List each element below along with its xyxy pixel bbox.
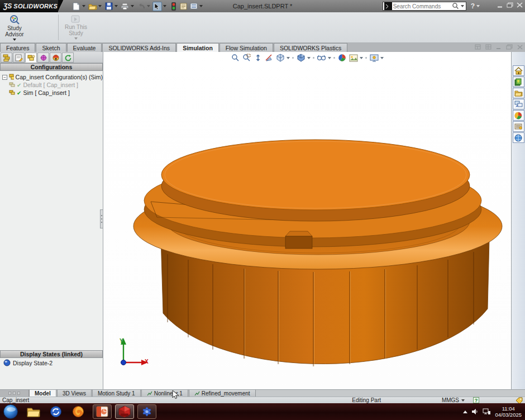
help-button[interactable]: ? bbox=[471, 2, 475, 10]
options-button[interactable] bbox=[189, 2, 198, 11]
dimxpert-icon bbox=[40, 54, 47, 61]
doc-window-icon-2[interactable] bbox=[485, 44, 491, 50]
view-orientation-caret[interactable] bbox=[287, 57, 290, 59]
zoom-to-area-icon[interactable] bbox=[242, 53, 251, 63]
open-dropdown-caret[interactable] bbox=[98, 5, 102, 7]
display-state-row[interactable]: Display State-2 bbox=[0, 358, 103, 366]
mouse-cursor bbox=[172, 390, 179, 400]
doc-minimize-button[interactable] bbox=[496, 45, 502, 50]
tab-simulation[interactable]: Simulation bbox=[176, 43, 219, 52]
study-advisor-caret[interactable] bbox=[13, 39, 16, 41]
undo-button[interactable] bbox=[136, 2, 146, 11]
tray-expand-icon[interactable] bbox=[463, 411, 467, 413]
solidworks-resources-tab[interactable] bbox=[513, 65, 524, 76]
new-document-icon bbox=[73, 2, 80, 11]
simulation-manager-tab[interactable] bbox=[62, 52, 74, 63]
tab-solidworks-plastics[interactable]: SOLIDWORKS Plastics bbox=[274, 43, 347, 52]
new-document-button[interactable] bbox=[71, 2, 81, 11]
search-dropdown-caret[interactable] bbox=[461, 5, 464, 7]
units-label: MMGS bbox=[442, 397, 459, 403]
file-properties-button[interactable] bbox=[179, 2, 188, 11]
taskbar-update-button[interactable] bbox=[48, 404, 64, 419]
save-button[interactable] bbox=[104, 2, 113, 11]
view-settings-caret[interactable] bbox=[380, 57, 384, 59]
tab-flow-simulation[interactable]: Flow Simulation bbox=[219, 43, 273, 52]
edit-appearance-icon[interactable] bbox=[337, 53, 347, 63]
custom-properties-tab[interactable] bbox=[513, 121, 524, 132]
file-explorer-tab[interactable] bbox=[513, 88, 524, 98]
hide-show-items-caret[interactable] bbox=[328, 57, 331, 59]
taskbar-solidworks-button[interactable] bbox=[115, 404, 134, 419]
zoom-to-fit-icon[interactable] bbox=[231, 53, 240, 63]
open-document-button[interactable] bbox=[88, 2, 97, 11]
display-state-label: Display State-2 bbox=[13, 360, 52, 366]
apply-scene-caret[interactable] bbox=[360, 57, 363, 59]
tab-scroll-buttons[interactable] bbox=[0, 390, 29, 397]
appearances-scenes-tab[interactable] bbox=[513, 110, 524, 121]
save-dropdown-caret[interactable] bbox=[114, 5, 118, 7]
custom-properties-icon bbox=[514, 123, 523, 130]
minimize-button[interactable] bbox=[497, 3, 503, 8]
dimxpertmanager-tab[interactable] bbox=[37, 52, 49, 63]
doc-restore-button[interactable] bbox=[506, 44, 513, 50]
new-dropdown-caret[interactable] bbox=[82, 5, 85, 7]
run-this-study-button[interactable]: Run This Study bbox=[61, 14, 90, 42]
units-selector[interactable]: MMGS bbox=[442, 397, 465, 403]
taskbar-powerpoint-button[interactable] bbox=[93, 404, 112, 419]
units-caret bbox=[461, 399, 465, 402]
taskbar-clock[interactable]: 11:04 04/03/2025 bbox=[495, 405, 522, 418]
doc-close-button[interactable] bbox=[517, 45, 523, 50]
displaymanager-tab[interactable] bbox=[50, 52, 61, 63]
hide-show-items-icon[interactable] bbox=[317, 53, 326, 63]
view-settings-icon[interactable] bbox=[369, 53, 379, 63]
tab-sketch[interactable]: Sketch bbox=[36, 43, 66, 52]
featuremanager-tab[interactable] bbox=[1, 52, 12, 63]
options-dropdown-caret[interactable] bbox=[199, 5, 203, 7]
config-row-sim[interactable]: ✔ Sim [ Cap_insert ] bbox=[2, 89, 103, 97]
configurationmanager-tab[interactable] bbox=[25, 52, 37, 63]
close-button[interactable] bbox=[517, 2, 523, 8]
cap-insert-model[interactable] bbox=[103, 52, 511, 389]
status-help-icon[interactable]: ? bbox=[473, 397, 479, 403]
restore-button[interactable] bbox=[507, 2, 513, 8]
configurations-icon bbox=[9, 74, 14, 80]
display-states-header: Display States (linked) bbox=[0, 350, 103, 358]
taskbar-firefox-button[interactable] bbox=[70, 404, 86, 419]
graphics-viewport[interactable]: Y X bbox=[103, 52, 511, 389]
select-tool-button[interactable] bbox=[152, 2, 162, 11]
start-button[interactable] bbox=[3, 404, 18, 419]
display-style-caret[interactable] bbox=[307, 57, 311, 59]
search-commands-box[interactable] bbox=[383, 2, 466, 11]
view-orientation-icon[interactable] bbox=[275, 53, 285, 63]
status-tag-icon[interactable] bbox=[516, 397, 523, 403]
help-dropdown-caret[interactable] bbox=[476, 5, 480, 7]
propertymanager-tab[interactable] bbox=[13, 52, 25, 63]
tab-solidworks-addins[interactable]: SOLIDWORKS Add-Ins bbox=[102, 43, 176, 52]
network-icon[interactable] bbox=[483, 408, 491, 415]
undo-dropdown-caret[interactable] bbox=[147, 5, 150, 7]
study-advisor-button[interactable]: Study Advisor bbox=[1, 14, 28, 42]
volume-icon[interactable] bbox=[471, 408, 479, 415]
collapse-icon[interactable]: − bbox=[2, 75, 7, 80]
tab-features[interactable]: Features bbox=[0, 43, 35, 52]
search-input[interactable] bbox=[393, 3, 452, 9]
previous-view-icon[interactable] bbox=[253, 53, 262, 63]
view-palette-tab[interactable] bbox=[513, 99, 524, 109]
section-view-icon[interactable] bbox=[264, 53, 274, 63]
search-icon[interactable] bbox=[452, 2, 459, 11]
select-dropdown-caret[interactable] bbox=[163, 5, 166, 7]
print-dropdown-caret[interactable] bbox=[131, 5, 134, 7]
tab-evaluate[interactable]: Evaluate bbox=[67, 43, 102, 52]
config-row-default[interactable]: ✔ Default [ Cap_insert ] bbox=[2, 81, 103, 89]
doc-window-icon-1[interactable] bbox=[475, 44, 481, 50]
rebuild-button[interactable] bbox=[169, 2, 178, 11]
taskbar-flower-app-button[interactable] bbox=[137, 404, 156, 419]
print-button[interactable] bbox=[120, 2, 130, 11]
taskbar-explorer-button[interactable] bbox=[26, 404, 41, 419]
solidworks-forum-tab[interactable] bbox=[513, 132, 524, 143]
display-style-icon[interactable] bbox=[296, 53, 306, 63]
apply-scene-icon[interactable] bbox=[349, 53, 358, 63]
design-library-tab[interactable] bbox=[513, 77, 524, 87]
config-root-row[interactable]: − Cap_insert Configuration(s) (Sim) bbox=[2, 73, 103, 81]
study-advisor-label: Study Advisor bbox=[1, 25, 28, 37]
